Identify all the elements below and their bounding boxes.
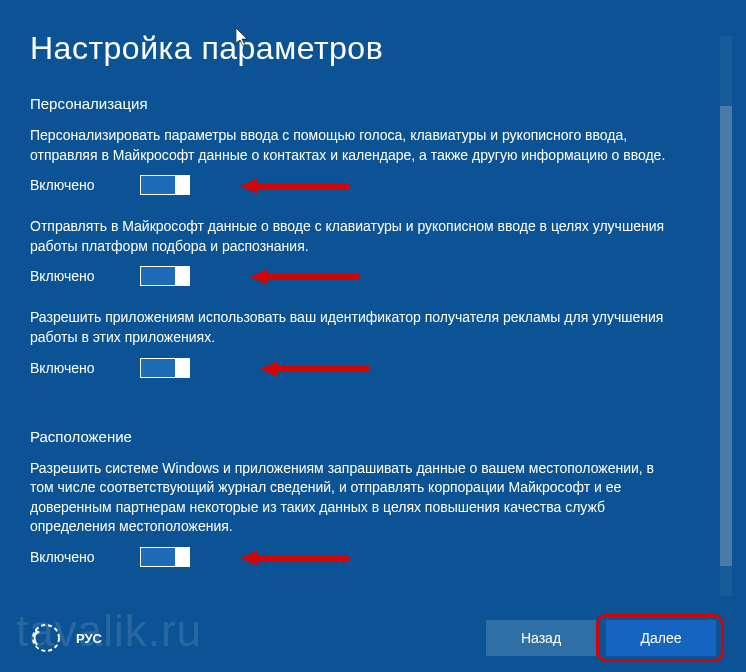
scrollbar-thumb[interactable]	[720, 106, 732, 566]
setting-description: Разрешить системе Windows и приложениям …	[30, 459, 670, 537]
setting-block: Персонализировать параметры ввода с помо…	[30, 126, 706, 195]
toggle-switch[interactable]	[140, 266, 190, 286]
back-button[interactable]: Назад	[486, 620, 596, 656]
toggle-state-label: Включено	[30, 177, 110, 193]
setting-block: Отправлять в Майкрософт данные о вводе с…	[30, 217, 706, 286]
toggle-state-label: Включено	[30, 360, 110, 376]
section-heading-location: Расположение	[30, 428, 706, 445]
svg-marker-3	[240, 550, 350, 566]
annotation-arrow	[250, 269, 360, 283]
settings-content: Персонализация Персонализировать парамет…	[30, 95, 706, 567]
svg-marker-2	[260, 361, 370, 377]
ease-of-access-icon[interactable]	[30, 622, 62, 654]
toggle-knob	[175, 267, 189, 285]
toggle-state-label: Включено	[30, 549, 110, 565]
annotation-arrow	[240, 550, 350, 564]
annotation-arrow	[240, 178, 350, 192]
svg-marker-1	[250, 269, 360, 285]
toggle-state-label: Включено	[30, 268, 110, 284]
annotation-arrow	[260, 361, 370, 375]
setting-block: Разрешить системе Windows и приложениям …	[30, 459, 706, 567]
language-label[interactable]: РУС	[76, 631, 102, 646]
setting-block: Разрешить приложениям использовать ваш и…	[30, 308, 706, 377]
setting-description: Персонализировать параметры ввода с помо…	[30, 126, 670, 165]
toggle-switch[interactable]	[140, 358, 190, 378]
svg-point-4	[33, 625, 59, 651]
toggle-knob	[175, 176, 189, 194]
section-heading-personalization: Персонализация	[30, 95, 706, 112]
next-button[interactable]: Далее	[606, 620, 716, 656]
toggle-knob	[175, 359, 189, 377]
svg-marker-0	[240, 178, 350, 194]
toggle-switch[interactable]	[140, 547, 190, 567]
scrollbar[interactable]	[720, 36, 732, 596]
setting-description: Отправлять в Майкрософт данные о вводе с…	[30, 217, 670, 256]
setting-description: Разрешить приложениям использовать ваш и…	[30, 308, 670, 347]
page-title: Настройка параметров	[30, 30, 706, 67]
toggle-knob	[175, 548, 189, 566]
footer: РУС Назад Далее	[0, 620, 746, 656]
toggle-switch[interactable]	[140, 175, 190, 195]
